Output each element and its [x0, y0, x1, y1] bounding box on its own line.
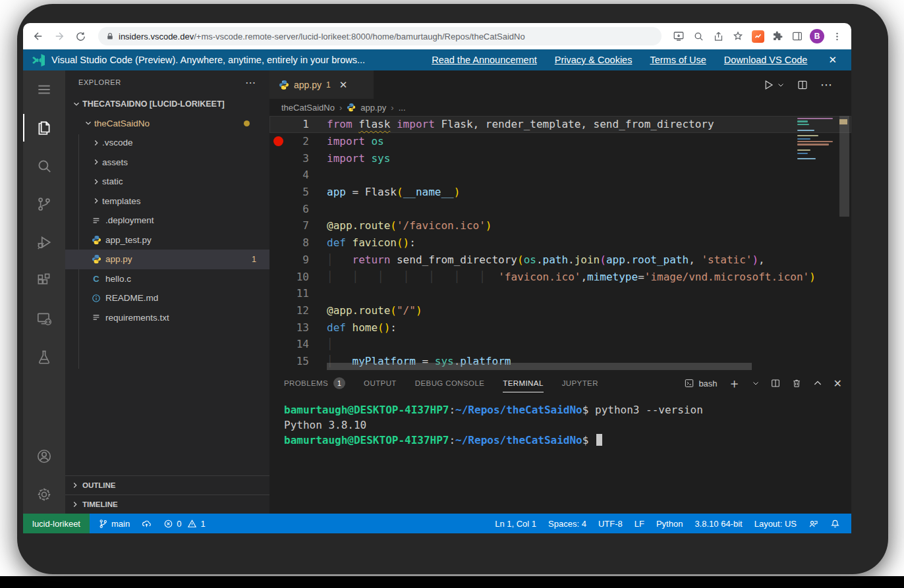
banner-link[interactable]: Read the Announcement [432, 55, 537, 65]
address-bar[interactable]: insiders.vscode.dev/+ms-vscode.remote-se… [98, 27, 662, 45]
code-line-2[interactable]: 2import os [269, 133, 851, 150]
line-number: 1 [287, 118, 309, 130]
menu-icon[interactable] [23, 70, 65, 109]
banner-close-icon[interactable]: ✕ [828, 54, 837, 66]
new-terminal-icon[interactable]: ＋ [728, 375, 741, 392]
code-line-9[interactable]: 9│ return send_from_directory(os.path.jo… [269, 252, 851, 269]
terminal[interactable]: bamurtaugh@DESKTOP-4I37HP7:~/Repos/theCa… [269, 396, 851, 514]
panel-tab-output[interactable]: OUTPUT [364, 371, 397, 396]
problems-item[interactable]: 0 1 [157, 514, 211, 533]
tab-close-icon[interactable]: ✕ [339, 79, 348, 91]
banner-link[interactable]: Privacy & Cookies [555, 55, 633, 65]
breadcrumb[interactable]: theCatSaidNo › app.py › ... [269, 99, 851, 116]
extensions-icon[interactable] [23, 261, 65, 300]
code-line-14[interactable]: 14│ [269, 336, 851, 353]
code-line-10[interactable]: 10│ │ │ │ │ │ │ 'favicon.ico',mimetype='… [269, 268, 851, 285]
maximize-panel-icon[interactable] [812, 378, 823, 388]
extension-chart-icon[interactable] [750, 28, 766, 44]
code-line-12[interactable]: 12@app.route("/") [269, 302, 851, 319]
split-terminal-icon[interactable] [770, 378, 781, 388]
remote-explorer-icon[interactable] [23, 300, 65, 338]
tree-item-readme-md[interactable]: README.md [65, 288, 269, 308]
panel-tab-debug-console[interactable]: DEBUG CONSOLE [415, 371, 485, 396]
terminal-dropdown-icon[interactable] [752, 379, 760, 387]
branch-item[interactable]: main [92, 514, 136, 533]
code-line-13[interactable]: 13def home(): [269, 319, 851, 336]
profile-avatar[interactable]: B [809, 28, 825, 44]
split-editor-icon[interactable] [797, 79, 808, 91]
vertical-scrollbar[interactable] [839, 116, 849, 217]
tree-item-thecatsaidno-lucid-lorikeet-[interactable]: THECATSAIDNO [LUCID-LORIKEET] [65, 94, 269, 114]
code-line-1[interactable]: 1from flask import Flask, render_templat… [269, 116, 851, 133]
panel-tab-terminal[interactable]: TERMINAL [503, 371, 543, 396]
explorer-icon[interactable] [23, 109, 65, 147]
status-item-spaces-4[interactable]: Spaces: 4 [542, 519, 592, 529]
zoom-icon[interactable] [691, 28, 706, 44]
source-control-icon[interactable] [23, 185, 65, 223]
shell-picker[interactable]: bash [684, 378, 717, 388]
back-icon[interactable] [30, 28, 47, 45]
tree-item-app-test-py[interactable]: app_test.py [65, 230, 269, 250]
tree-item-static[interactable]: static [65, 172, 269, 192]
status-item-utf-8[interactable]: UTF-8 [592, 519, 629, 529]
status-item-3-8-10-64-bit[interactable]: 3.8.10 64-bit [689, 519, 748, 529]
browser-menu-icon[interactable] [829, 28, 845, 44]
explorer-more-icon[interactable]: ⋯ [245, 76, 256, 89]
code-line-8[interactable]: 8def favicon(): [269, 234, 851, 252]
feedback-icon[interactable] [803, 519, 824, 529]
panel-tab-problems[interactable]: PROBLEMS1 [284, 371, 345, 396]
bookmark-star-icon[interactable] [730, 28, 746, 44]
search-icon[interactable] [23, 147, 65, 185]
code-line-3[interactable]: 3import sys [269, 149, 851, 167]
publish-item[interactable] [136, 514, 157, 533]
breadcrumb-folder[interactable]: theCatSaidNo [281, 103, 335, 113]
side-panel-icon[interactable] [789, 28, 805, 44]
account-icon[interactable] [23, 437, 65, 475]
tab-app-py[interactable]: app.py 1 ✕ [269, 70, 374, 99]
banner-message: Visual Studio Code (Preview). Anywhere, … [51, 55, 365, 65]
settings-gear-icon[interactable] [23, 475, 65, 514]
run-debug-icon[interactable] [23, 223, 65, 261]
tree-item-templates[interactable]: templates [65, 192, 269, 211]
status-item-ln-1-col-1[interactable]: Ln 1, Col 1 [489, 519, 542, 529]
remote-indicator[interactable]: lucid-lorikeet [23, 514, 90, 533]
horizontal-scrollbar[interactable] [327, 363, 752, 370]
file-tree: THECATSAIDNO [LUCID-LORIKEET]theCatSaidN… [65, 94, 269, 475]
status-item-layout-us[interactable]: Layout: US [749, 519, 803, 529]
code-line-4[interactable]: 4 [269, 167, 851, 184]
kill-terminal-icon[interactable] [791, 378, 802, 388]
tree-item--deployment[interactable]: .deployment [65, 211, 269, 230]
panel-tab-jupyter[interactable]: JUPYTER [562, 371, 598, 396]
tree-item-hello-c[interactable]: Chello.c [65, 269, 269, 289]
breadcrumb-file[interactable]: app.py [360, 103, 386, 113]
status-item-python[interactable]: Python [650, 519, 689, 529]
breakpoint-dot[interactable] [269, 136, 287, 146]
reload-icon[interactable] [72, 28, 89, 45]
code-line-7[interactable]: 7@app.route('/favicon.ico') [269, 217, 851, 234]
extensions-puzzle-icon[interactable] [770, 28, 785, 44]
editor-more-icon[interactable]: ⋯ [820, 78, 833, 92]
banner-link[interactable]: Terms of Use [650, 55, 706, 65]
minimap[interactable] [797, 118, 835, 161]
banner-link[interactable]: Download VS Code [724, 55, 808, 65]
status-item-lf[interactable]: LF [629, 519, 650, 529]
close-panel-icon[interactable]: ✕ [833, 377, 842, 390]
share-icon[interactable] [710, 28, 726, 44]
tree-item--vscode[interactable]: .vscode [65, 133, 269, 153]
tree-item-requirements-txt[interactable]: requirements.txt [65, 308, 269, 328]
code-editor[interactable]: 1from flask import Flask, render_templat… [269, 116, 851, 371]
code-line-5[interactable]: 5app = Flask(__name__) [269, 184, 851, 201]
run-python-icon[interactable] [762, 79, 785, 91]
code-line-11[interactable]: 11 [269, 285, 851, 302]
code-line-6[interactable]: 6 [269, 200, 851, 217]
timeline-section[interactable]: TIMELINE [65, 494, 269, 514]
testing-beaker-icon[interactable] [23, 338, 65, 376]
outline-section[interactable]: OUTLINE [65, 475, 269, 494]
breadcrumb-symbol[interactable]: ... [399, 103, 406, 113]
notifications-bell-icon[interactable] [824, 519, 846, 529]
install-app-icon[interactable] [671, 28, 687, 44]
tree-item-assets[interactable]: assets [65, 153, 269, 173]
tree-item-app-py[interactable]: app.py1 [65, 250, 269, 269]
forward-icon[interactable] [51, 28, 68, 45]
tree-item-thecatsaidno[interactable]: theCatSaidNo [65, 114, 269, 134]
